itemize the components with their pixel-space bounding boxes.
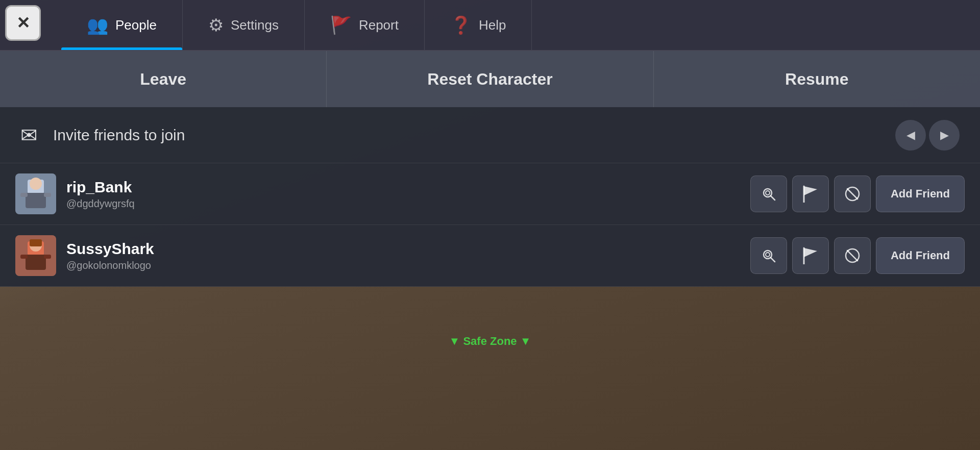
player-actions-rip-bank: Add Friend (750, 176, 965, 212)
reset-character-label: Reset Character (427, 70, 552, 89)
player-handle: @dgddywgrsfq (66, 198, 740, 210)
svg-line-12 (847, 189, 857, 199)
invite-row[interactable]: ✉ Invite friends to join ◀ ▶ (0, 107, 980, 163)
arrow-right-icon: ▶ (940, 129, 949, 142)
report-icon: 🚩 (330, 15, 352, 35)
nav-tabs: 👥 People ⚙ Settings 🚩 Report ❓ Help (0, 0, 980, 51)
svg-rect-5 (44, 193, 51, 197)
overlay-panel: 👥 People ⚙ Settings 🚩 Report ❓ Help Leav… (0, 0, 980, 287)
arrow-left-button[interactable]: ◀ (895, 120, 926, 151)
tab-people[interactable]: 👥 People (61, 0, 183, 50)
leave-label: Leave (140, 70, 186, 89)
close-button[interactable]: ✕ (5, 5, 41, 41)
tab-people-label: People (115, 17, 157, 33)
people-icon: 👥 (87, 15, 108, 35)
help-icon: ❓ (450, 15, 472, 35)
arrow-right-button[interactable]: ▶ (929, 120, 960, 151)
player-name: SussyShark (66, 240, 740, 258)
player-row: rip_Bank @dgddywgrsfq (0, 163, 980, 225)
tab-settings[interactable]: ⚙ Settings (183, 0, 305, 50)
tab-help-label: Help (479, 17, 506, 33)
add-friend-button[interactable]: Add Friend (876, 237, 965, 274)
player-actions-sussy-shark: Add Friend (750, 237, 965, 274)
tab-help[interactable]: ❓ Help (425, 0, 532, 50)
player-avatar-rip-bank (15, 173, 56, 214)
arrow-left-icon: ◀ (906, 129, 915, 142)
svg-line-26 (847, 251, 857, 261)
player-handle: @gokolonomklogo (66, 260, 740, 271)
svg-rect-2 (26, 193, 46, 208)
block-player-button[interactable] (834, 237, 871, 274)
player-avatar-sussy-shark (15, 235, 56, 276)
player-row: SussyShark @gokolonomklogo (0, 225, 980, 287)
svg-rect-18 (20, 255, 28, 259)
mail-icon: ✉ (20, 123, 38, 147)
svg-marker-9 (804, 186, 817, 195)
tab-settings-label: Settings (231, 17, 279, 33)
resume-button[interactable]: Resume (654, 51, 980, 107)
tab-report[interactable]: 🚩 Report (305, 0, 425, 50)
svg-rect-19 (44, 255, 51, 259)
action-row: Leave Reset Character Resume (0, 51, 980, 107)
reset-character-button[interactable]: Reset Character (327, 51, 653, 107)
report-player-button[interactable] (792, 237, 829, 274)
player-name: rip_Bank (66, 179, 740, 196)
svg-marker-23 (804, 248, 817, 257)
svg-rect-17 (30, 239, 42, 246)
arrow-buttons: ◀ ▶ (895, 120, 960, 151)
invite-text: Invite friends to join (53, 127, 185, 144)
player-info-sussy-shark: SussyShark @gokolonomklogo (66, 240, 740, 271)
svg-rect-15 (26, 255, 46, 270)
add-friend-button[interactable]: Add Friend (876, 176, 965, 212)
svg-point-3 (30, 178, 42, 190)
svg-point-22 (766, 253, 770, 257)
content-area: ✉ Invite friends to join ◀ ▶ (0, 107, 980, 287)
close-icon: ✕ (16, 13, 30, 33)
block-player-button[interactable] (834, 176, 871, 212)
svg-line-21 (771, 258, 775, 262)
leave-button[interactable]: Leave (0, 51, 327, 107)
view-profile-button[interactable] (750, 237, 787, 274)
svg-rect-4 (20, 193, 28, 197)
tab-report-label: Report (359, 17, 399, 33)
player-info-rip-bank: rip_Bank @dgddywgrsfq (66, 179, 740, 210)
resume-label: Resume (785, 70, 849, 89)
add-friend-label: Add Friend (891, 249, 950, 262)
svg-line-7 (771, 196, 775, 200)
report-player-button[interactable] (792, 176, 829, 212)
svg-point-8 (766, 191, 770, 195)
settings-icon: ⚙ (208, 15, 224, 35)
add-friend-label: Add Friend (891, 187, 950, 201)
view-profile-button[interactable] (750, 176, 787, 212)
